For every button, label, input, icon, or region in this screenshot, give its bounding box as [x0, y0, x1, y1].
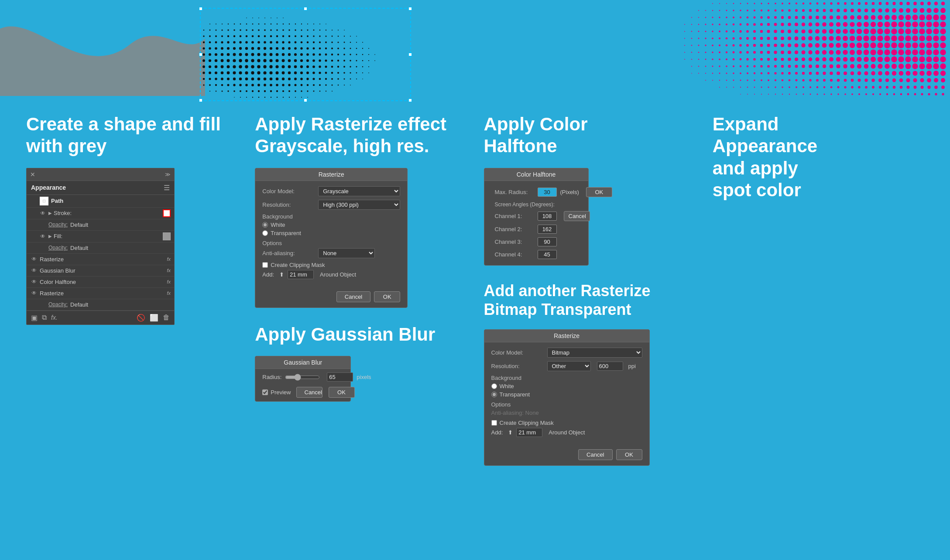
visibility-icon-rasterize2[interactable]: 👁: [30, 290, 38, 296]
rast2-color-model-label: Color Model:: [491, 349, 544, 356]
clipping-mask-checkbox[interactable]: [262, 262, 268, 268]
fill-row[interactable]: 👁 ▶ Fill:: [27, 231, 174, 242]
clipping-mask-label: Create Clipping Mask: [271, 262, 325, 268]
ch-dialog-title: Color Halftone: [484, 168, 588, 181]
path-type-icon: □: [40, 197, 48, 205]
rasterize-cancel-button[interactable]: Cancel: [336, 291, 370, 302]
ch-channel3-label: Channel 3:: [495, 239, 534, 245]
new-layer-icon[interactable]: ▣: [31, 314, 38, 322]
stroke-row[interactable]: 👁 ▶ Stroke:: [27, 208, 174, 219]
rast2-resolution-row: Resolution: Other ppi: [491, 361, 642, 371]
ch-max-radius-input[interactable]: [538, 188, 557, 197]
rasterize-dialog-2-buttons: Cancel OK: [484, 446, 649, 465]
rast2-ppi-input[interactable]: [597, 362, 623, 371]
rast2-anti-alias-label: Anti-aliasing: None: [491, 410, 539, 416]
visibility-icon-fill[interactable]: 👁: [39, 233, 47, 239]
gaussian-blur-row[interactable]: 👁 Gaussian Blur fx: [27, 265, 174, 277]
rasterize-row-2[interactable]: 👁 Rasterize fx: [27, 288, 174, 299]
step-label-1: Create a shape and fill with grey: [26, 113, 237, 157]
gb-cancel-button[interactable]: Cancel: [296, 387, 322, 398]
rast2-bg-transparent-radio[interactable]: [491, 392, 497, 397]
bg-white-row: White: [262, 222, 400, 228]
ch-cancel-button[interactable]: Cancel: [564, 211, 590, 221]
collapse-icon[interactable]: ≫: [165, 171, 171, 178]
panel-menu-icon[interactable]: ☰: [164, 184, 170, 192]
gb-radius-input[interactable]: [327, 372, 353, 382]
rast2-bg-white-label: White: [500, 383, 514, 389]
ch-channel1-input[interactable]: [538, 212, 557, 221]
gb-pixels-label: pixels: [357, 374, 371, 380]
step-label-4: Expand Appearance and apply spot color: [713, 113, 924, 201]
col-expand-appearance: Expand Appearance and apply spot color: [704, 113, 933, 212]
add-value-input[interactable]: [288, 270, 314, 279]
rast2-around-object-label: Around Object: [549, 429, 585, 436]
rast2-add-input[interactable]: [516, 428, 542, 437]
rast2-ppi-label: ppi: [628, 363, 636, 369]
color-model-select[interactable]: Grayscale: [318, 186, 400, 196]
bg-white-radio[interactable]: [262, 222, 268, 228]
ch-screen-angles-label: Screen Angles (Degrees):: [495, 201, 583, 208]
ch-channel1-row: Channel 1: Cancel: [490, 209, 583, 223]
visibility-icon-gb[interactable]: 👁: [30, 267, 38, 273]
rasterize1-label: Rasterize: [40, 256, 167, 263]
fx-badge-ch: fx: [167, 279, 171, 284]
visibility-icon-opacity2[interactable]: 👁: [39, 301, 47, 307]
wave-grey-shape: [0, 0, 205, 96]
gb-ok-button[interactable]: OK: [329, 387, 355, 398]
gb-preview-checkbox[interactable]: [262, 389, 268, 395]
rast2-clipping-mask-checkbox[interactable]: [491, 420, 497, 426]
add-row: Add: ⬆ Around Object: [262, 270, 400, 279]
expand-fill-icon[interactable]: ▶: [48, 234, 52, 239]
col-color-halftone: Apply Color Halftone Color Halftone Max.…: [475, 113, 704, 466]
close-icon[interactable]: ✕: [30, 171, 35, 178]
color-halftone-row[interactable]: 👁 Color Halftone fx: [27, 277, 174, 288]
ch-channel4-input[interactable]: [538, 250, 557, 259]
fx-badge-gb: fx: [167, 268, 171, 273]
resolution-select[interactable]: High (300 ppi): [318, 200, 400, 210]
visibility-icon-stroke[interactable]: 👁: [39, 210, 47, 216]
gb-dialog-title: Gaussian Blur: [255, 356, 350, 369]
ch-ok-button[interactable]: OK: [586, 187, 612, 197]
rasterize-ok-button[interactable]: OK: [374, 291, 400, 302]
rast2-stepper-icon[interactable]: ⬆: [508, 429, 513, 436]
ch-channel4-label: Channel 4:: [495, 251, 534, 258]
opacity-row-2: 👁 Opacity: Default: [27, 299, 174, 311]
duplicate-icon[interactable]: ⧉: [42, 314, 47, 321]
rasterize-dialog-2: Rasterize Color Model: Bitmap Resolution…: [484, 329, 650, 466]
fx-add-icon[interactable]: fx.: [51, 314, 58, 321]
rast2-bg-white-radio[interactable]: [491, 383, 497, 389]
rast2-clipping-mask-row: Create Clipping Mask: [491, 420, 642, 426]
rast2-background-label: Background: [491, 375, 642, 381]
rast2-ok-button[interactable]: OK: [616, 449, 642, 460]
opacity2-value: Default: [70, 301, 88, 308]
rast2-bg-transparent-label: Transparent: [500, 391, 530, 398]
fill-opacity-row: Opacity: Default: [27, 242, 174, 254]
delete-icon[interactable]: 🗑: [163, 314, 170, 321]
step-label-3: Apply Color Halftone: [484, 113, 695, 157]
fill-color-swatch[interactable]: [163, 232, 171, 240]
stroke-color-swatch[interactable]: [163, 209, 171, 217]
visibility-icon-ch[interactable]: 👁: [30, 279, 38, 285]
remove-icon[interactable]: 🚫: [137, 314, 145, 322]
col-rasterize: Apply Rasterize effect Grayscale, high r…: [246, 113, 475, 402]
rast2-cancel-button[interactable]: Cancel: [578, 449, 612, 460]
gb-radius-label: Radius:: [262, 374, 281, 380]
bg-transparent-radio[interactable]: [262, 230, 268, 236]
rast2-color-model-select[interactable]: Bitmap: [547, 348, 642, 358]
clip-icon[interactable]: ⬜: [150, 314, 158, 322]
stroke-opacity-value: Default: [70, 222, 88, 228]
add-stepper-icon[interactable]: ⬆: [279, 271, 284, 278]
expand-stroke-icon[interactable]: ▶: [48, 211, 52, 215]
add-label: Add:: [262, 271, 274, 278]
path-row: □ Path: [27, 195, 174, 208]
rasterize-dialog-2-title: Rasterize: [484, 330, 649, 342]
visibility-icon-rasterize1[interactable]: 👁: [30, 256, 38, 262]
rasterize-row-1[interactable]: 👁 Rasterize fx: [27, 254, 174, 265]
ch-channel2-input[interactable]: [538, 225, 557, 234]
ch-channel3-input[interactable]: [538, 237, 557, 246]
rast2-resolution-select[interactable]: Other: [547, 361, 591, 371]
gaussian-blur-label: Gaussian Blur: [40, 267, 167, 274]
gb-radius-slider[interactable]: [285, 374, 320, 381]
appearance-panel: ✕ ≫ Appearance ☰ □ Path 👁 ▶ Stroke:: [26, 168, 175, 325]
anti-alias-select[interactable]: None: [318, 248, 375, 258]
